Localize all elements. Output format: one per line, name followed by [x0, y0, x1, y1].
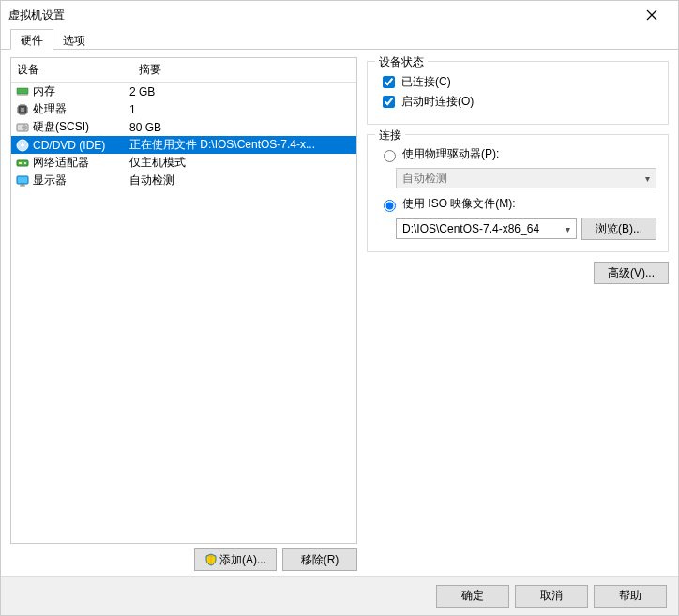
device-row[interactable]: 内存2 GB	[11, 83, 356, 100]
device-row[interactable]: CD/DVD (IDE)正在使用文件 D:\IOS\CentOS-7.4-x..…	[11, 136, 356, 154]
device-row[interactable]: 硬盘(SCSI)80 GB	[11, 118, 356, 136]
advanced-button-label: 高级(V)...	[608, 265, 655, 281]
device-summary: 2 GB	[129, 85, 353, 98]
device-name: 处理器	[33, 101, 67, 117]
tab-bar: 硬件 选项	[1, 29, 678, 50]
cancel-button-label: 取消	[540, 588, 563, 604]
device-summary: 80 GB	[129, 121, 353, 134]
svg-rect-11	[17, 176, 28, 184]
iso-path-combo[interactable]: D:\IOS\CentOS-7.4-x86_64 ▾	[396, 218, 577, 239]
device-list-header: 设备 摘要	[11, 58, 356, 83]
browse-button-label: 浏览(B)...	[596, 221, 642, 237]
display-icon	[15, 174, 30, 188]
use-physical-label: 使用物理驱动器(P):	[402, 146, 499, 162]
device-name: CD/DVD (IDE)	[33, 139, 105, 152]
cd-icon	[15, 139, 30, 152]
svg-rect-12	[21, 184, 24, 186]
device-summary: 1	[129, 103, 353, 116]
titlebar: 虚拟机设置	[1, 1, 678, 29]
chevron-down-icon[interactable]: ▾	[566, 224, 570, 234]
add-button-label: 添加(A)...	[219, 552, 266, 568]
use-iso-radio[interactable]	[384, 200, 396, 212]
svg-point-5	[23, 127, 25, 128]
svg-point-10	[24, 162, 26, 164]
device-summary: 仅主机模式	[129, 155, 353, 171]
dialog-button-bar: 确定 取消 帮助	[1, 576, 678, 615]
device-row[interactable]: 显示器自动检测	[11, 172, 356, 189]
ok-button-label: 确定	[461, 588, 484, 604]
device-list: 设备 摘要 内存2 GB处理器1硬盘(SCSI)80 GBCD/DVD (IDE…	[10, 57, 357, 544]
physical-drive-combo: 自动检测 ▾	[396, 168, 656, 188]
use-iso-label: 使用 ISO 映像文件(M):	[402, 196, 516, 212]
connection-group: 连接 使用物理驱动器(P): 自动检测 ▾ 使用 ISO 映像文件(M): D:…	[367, 134, 669, 252]
window-title: 虚拟机设置	[8, 8, 633, 23]
connect-poweron-checkbox-row[interactable]: 启动时连接(O)	[379, 93, 656, 111]
column-summary: 摘要	[133, 58, 356, 82]
ok-button[interactable]: 确定	[436, 585, 509, 608]
svg-rect-0	[17, 88, 28, 94]
device-name: 显示器	[33, 173, 67, 188]
advanced-button[interactable]: 高级(V)...	[594, 262, 669, 284]
connected-label: 已连接(C)	[401, 74, 451, 90]
connect-poweron-label: 启动时连接(O)	[401, 94, 474, 110]
column-device: 设备	[11, 58, 133, 82]
cancel-button[interactable]: 取消	[515, 585, 588, 608]
connect-poweron-checkbox[interactable]	[383, 96, 395, 108]
browse-button[interactable]: 浏览(B)...	[581, 218, 656, 240]
connected-checkbox-row[interactable]: 已连接(C)	[379, 73, 656, 91]
device-name: 硬盘(SCSI)	[33, 119, 89, 135]
device-name: 内存	[33, 83, 55, 99]
shield-icon	[204, 553, 218, 566]
physical-drive-value: 自动检测	[402, 171, 447, 187]
chevron-down-icon: ▾	[645, 173, 650, 184]
remove-button[interactable]: 移除(R)	[282, 548, 357, 571]
svg-point-7	[22, 143, 24, 146]
iso-path-value: D:\IOS\CentOS-7.4-x86_64	[402, 222, 539, 235]
remove-button-label: 移除(R)	[301, 552, 340, 568]
net-icon	[15, 157, 30, 170]
device-row[interactable]: 处理器1	[11, 100, 356, 118]
svg-rect-13	[20, 185, 25, 186]
help-button-label: 帮助	[619, 588, 641, 604]
memory-icon	[15, 85, 30, 98]
device-state-group: 设备状态 已连接(C) 启动时连接(O)	[367, 61, 669, 125]
svg-rect-9	[19, 162, 22, 164]
add-button[interactable]: 添加(A)...	[194, 548, 277, 571]
close-icon[interactable]	[633, 2, 671, 28]
svg-rect-2	[21, 108, 24, 112]
use-physical-radio[interactable]	[384, 150, 396, 162]
help-button[interactable]: 帮助	[594, 585, 667, 608]
use-physical-radio-row[interactable]: 使用物理驱动器(P):	[379, 146, 656, 162]
tab-hardware[interactable]: 硬件	[10, 29, 53, 50]
use-iso-radio-row[interactable]: 使用 ISO 映像文件(M):	[379, 196, 656, 212]
disk-icon	[15, 121, 30, 134]
device-summary: 正在使用文件 D:\IOS\CentOS-7.4-x...	[129, 137, 353, 153]
device-row[interactable]: 网络适配器仅主机模式	[11, 154, 356, 172]
tab-options[interactable]: 选项	[53, 29, 96, 50]
svg-rect-8	[17, 160, 28, 166]
device-name: 网络适配器	[33, 155, 89, 171]
cpu-icon	[15, 103, 30, 116]
device-summary: 自动检测	[129, 173, 353, 188]
connected-checkbox[interactable]	[383, 76, 395, 88]
device-state-legend: 设备状态	[375, 54, 428, 70]
connection-legend: 连接	[375, 128, 405, 143]
